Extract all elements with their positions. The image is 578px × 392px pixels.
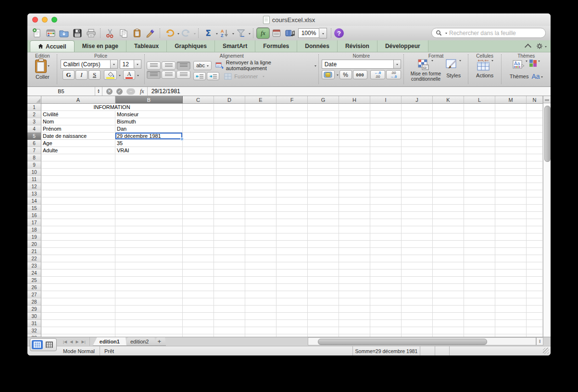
cell[interactable] (527, 306, 543, 313)
col-header-J[interactable]: J (402, 96, 433, 104)
row-header-15[interactable]: 15 (27, 205, 41, 212)
cell[interactable] (214, 298, 245, 306)
cell[interactable] (41, 327, 115, 334)
filter-dropdown-arrow[interactable] (249, 33, 251, 36)
cell[interactable] (402, 104, 433, 111)
cell[interactable] (214, 111, 245, 118)
row-header-23[interactable]: 23 (27, 262, 41, 270)
cut-button[interactable] (104, 27, 116, 39)
cell[interactable] (214, 291, 245, 298)
cell[interactable] (464, 161, 495, 169)
cell[interactable] (433, 248, 464, 255)
cell[interactable] (527, 169, 543, 176)
cell[interactable] (183, 226, 214, 233)
cell[interactable] (245, 161, 276, 169)
cell[interactable] (115, 212, 183, 219)
cell[interactable] (214, 327, 245, 334)
cell[interactable] (527, 298, 543, 306)
cell[interactable] (370, 262, 402, 270)
cell-A7[interactable]: Adulte (41, 147, 115, 154)
align-middle-button[interactable] (162, 61, 176, 70)
cell[interactable] (402, 320, 433, 327)
row-header-3[interactable]: 3 (27, 118, 41, 125)
paste-dropdown-arrow[interactable] (48, 65, 50, 68)
cell[interactable] (183, 255, 214, 262)
cell[interactable] (214, 219, 245, 226)
cell[interactable] (433, 161, 464, 169)
cell[interactable] (495, 313, 527, 320)
cell[interactable] (276, 313, 308, 320)
cell[interactable] (464, 277, 495, 284)
row-header-32[interactable]: 32 (27, 327, 41, 334)
cell[interactable] (183, 233, 214, 241)
cell[interactable] (370, 140, 402, 147)
thousands-separator-button[interactable]: 000 (353, 70, 367, 79)
cell[interactable] (115, 327, 183, 334)
cell[interactable] (214, 277, 245, 284)
cell[interactable] (308, 291, 339, 298)
currency-button[interactable] (322, 70, 335, 79)
cell[interactable] (527, 197, 543, 205)
cell[interactable] (339, 140, 370, 147)
select-all-corner[interactable] (27, 96, 41, 104)
ribbon-tab-donnees[interactable]: Données (297, 40, 338, 52)
cell[interactable] (339, 291, 370, 298)
cell[interactable] (339, 125, 370, 133)
cell[interactable] (276, 233, 308, 241)
row-header-31[interactable]: 31 (27, 320, 41, 327)
cell[interactable] (339, 133, 370, 140)
cell[interactable] (402, 306, 433, 313)
cell[interactable] (527, 133, 543, 140)
cell[interactable] (276, 161, 308, 169)
normal-view-button[interactable] (32, 340, 43, 349)
cell[interactable] (214, 140, 245, 147)
cell[interactable] (464, 104, 495, 111)
cell[interactable] (245, 197, 276, 205)
cell[interactable] (41, 183, 115, 190)
title-bar[interactable]: coursExcel.xlsx (27, 13, 551, 26)
cell[interactable] (276, 169, 308, 176)
cell[interactable] (41, 241, 115, 248)
cell[interactable] (276, 306, 308, 313)
cell[interactable] (41, 197, 115, 205)
cell[interactable] (495, 262, 527, 270)
open-button[interactable] (58, 27, 70, 39)
copy-button[interactable] (118, 27, 129, 39)
cell[interactable] (115, 298, 183, 306)
cell[interactable] (115, 183, 183, 190)
ribbon-tab-accueil[interactable]: Accueil (30, 40, 75, 52)
cell[interactable] (464, 298, 495, 306)
cell[interactable] (527, 226, 543, 233)
cell[interactable] (527, 140, 543, 147)
cell[interactable] (183, 327, 214, 334)
cell[interactable] (402, 226, 433, 233)
search-field[interactable]: Rechercher dans la feuille (431, 28, 546, 38)
cell[interactable] (495, 270, 527, 277)
cell[interactable] (495, 118, 527, 125)
cell[interactable] (495, 169, 527, 176)
cell[interactable] (276, 104, 308, 111)
cell[interactable] (214, 233, 245, 241)
cell[interactable] (245, 320, 276, 327)
cell[interactable] (495, 219, 527, 226)
cell[interactable] (41, 190, 115, 197)
cell[interactable] (433, 125, 464, 133)
paste-button[interactable] (131, 27, 143, 39)
cell[interactable] (527, 176, 543, 183)
name-box[interactable]: B5 (27, 87, 95, 96)
cell[interactable] (433, 176, 464, 183)
cell[interactable] (308, 262, 339, 270)
cell[interactable] (245, 262, 276, 270)
conditional-formatting-button[interactable]: ≤≥ Mise en forme conditionnelle (411, 59, 441, 82)
cell[interactable] (495, 140, 527, 147)
new-document-button[interactable] (31, 27, 43, 39)
cell[interactable] (115, 291, 183, 298)
font-color-dropdown-arrow[interactable] (137, 75, 139, 77)
cell[interactable] (433, 262, 464, 270)
cell[interactable] (183, 169, 214, 176)
cell[interactable] (276, 298, 308, 306)
font-name-combo[interactable]: Calibri (Corps) (61, 60, 111, 69)
prev-sheet-button[interactable]: ◀ (70, 340, 73, 344)
cell[interactable] (433, 255, 464, 262)
cell[interactable] (183, 133, 214, 140)
